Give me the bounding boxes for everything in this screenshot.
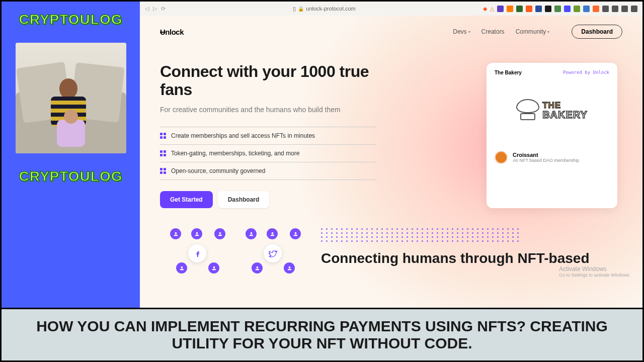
extension-icon-8[interactable]: [574, 6, 580, 12]
brand-logo-bottom: CRYPTOULOG: [19, 168, 122, 185]
shield-icon: ▯: [293, 6, 296, 12]
extension-icon-6[interactable]: [554, 6, 561, 12]
feature-item: Open-source, community governed: [160, 162, 376, 180]
bakery-text-line2: BAKERY: [542, 110, 588, 120]
card-title: The Bakery: [495, 70, 522, 75]
nft-item-name: Croissant: [513, 152, 579, 158]
hero-title: Connect with your 1000 true fans: [160, 63, 376, 99]
extension-icon-12[interactable]: [612, 6, 618, 12]
unlock-logo[interactable]: Unlock: [160, 28, 184, 36]
extension-icon-14[interactable]: [631, 6, 637, 12]
banner-text: HOW YOU CAN IMPLEMENT RECURRING PAYMENTS…: [12, 318, 632, 351]
feature-text: Token-gating, memberships, ticketing, an…: [171, 150, 299, 157]
nav-item-community[interactable]: Community▾: [516, 28, 550, 35]
extension-icon-0[interactable]: [497, 6, 504, 12]
showcase-card: The Bakery Powered by Unlock THE BAKERY: [487, 63, 617, 208]
chevron-down-icon: ▾: [468, 30, 470, 34]
extension-icon-9[interactable]: [583, 6, 590, 12]
dashboard-button[interactable]: Dashboard: [572, 25, 622, 39]
nft-item-desc: An NFT based DAO membership: [513, 158, 579, 163]
chef-hat-icon: [516, 99, 539, 122]
watermark-line1: Activate Windows: [559, 265, 630, 273]
extension-icon-3[interactable]: [526, 6, 532, 12]
feature-item: Create memberships and sell access NFTs …: [160, 127, 376, 145]
extension-icon-7[interactable]: [564, 6, 571, 12]
facebook-icon[interactable]: [188, 244, 206, 262]
extension-icons: ◆ △: [483, 6, 637, 12]
extension-icon-1[interactable]: [507, 6, 513, 12]
feature-text: Open-source, community governed: [171, 167, 265, 174]
site-nav: Unlock Devs▾CreatorsCommunity▾ Dashboard: [140, 16, 642, 48]
extension-icon-10[interactable]: [593, 6, 599, 12]
nft-coin-icon: [495, 151, 508, 164]
reload-icon[interactable]: ⟳: [161, 6, 166, 12]
watermark-line2: Go to Settings to activate Windows.: [559, 273, 630, 278]
twitter-cluster: [246, 228, 301, 274]
powered-by-label: Powered by Unlock: [563, 70, 609, 75]
forward-icon[interactable]: ▷: [153, 6, 157, 12]
back-icon[interactable]: ◁: [145, 6, 149, 12]
extension-icon-5[interactable]: [545, 6, 551, 12]
feature-bullet-icon: [160, 150, 166, 156]
windows-watermark: Activate Windows Go to Settings to activ…: [559, 265, 630, 278]
hero-section: Connect with your 1000 true fans For cre…: [160, 63, 376, 208]
video-title-banner: HOW YOU CAN IMPLEMENT RECURRING PAYMENTS…: [2, 308, 642, 360]
url-display[interactable]: ▯ 🔒 unlock-protocol.com: [172, 6, 477, 12]
dashboard-secondary-button[interactable]: Dashboard: [218, 191, 270, 208]
brand-logo-top: CRYPTOULOG: [19, 12, 122, 28]
feature-bullet-icon: [160, 133, 166, 139]
lock-icon: 🔒: [298, 6, 304, 12]
warning-icon[interactable]: △: [490, 6, 494, 12]
feature-bullet-icon: [160, 168, 166, 174]
nav-item-creators[interactable]: Creators: [481, 28, 505, 35]
feature-text: Create memberships and sell access NFTs …: [171, 132, 315, 139]
chevron-down-icon: ▾: [547, 30, 549, 34]
feature-item: Token-gating, memberships, ticketing, an…: [160, 145, 376, 162]
get-started-button[interactable]: Get Started: [160, 191, 213, 208]
extension-icon-4[interactable]: [535, 6, 542, 12]
extension-icon-13[interactable]: [621, 6, 628, 12]
nav-item-devs[interactable]: Devs▾: [453, 28, 470, 35]
social-clusters: [170, 228, 301, 274]
browser-window: ◁ ▷ ⟳ ▯ 🔒 unlock-protocol.com ◆ △ Unlock: [140, 2, 642, 308]
address-bar: ◁ ▷ ⟳ ▯ 🔒 unlock-protocol.com ◆ △: [140, 2, 642, 16]
extension-icon-11[interactable]: [602, 6, 609, 12]
twitter-icon[interactable]: [264, 244, 282, 262]
hero-subtitle: For creative communities and the humans …: [160, 105, 376, 115]
card-logo: THE BAKERY: [495, 75, 609, 146]
lower-headline: Connecting humans through NFT-based: [321, 251, 622, 266]
brave-icon[interactable]: ◆: [483, 6, 487, 12]
feature-list: Create memberships and sell access NFTs …: [160, 127, 376, 180]
decorative-dot-grid: [321, 228, 622, 242]
url-text: unlock-protocol.com: [306, 6, 355, 12]
facebook-cluster: [170, 228, 225, 274]
extension-icon-2[interactable]: [516, 6, 523, 12]
host-photo: [16, 43, 126, 153]
video-sidebar: CRYPTOULOG CRYPTOULOG: [2, 2, 140, 308]
